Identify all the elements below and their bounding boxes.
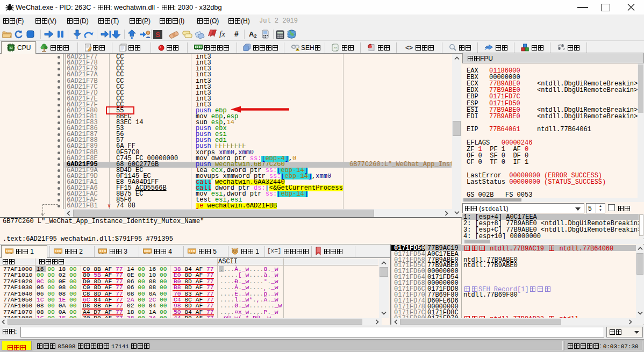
svg-text:<>: <> xyxy=(333,46,338,49)
svg-text:32: 32 xyxy=(9,46,12,49)
